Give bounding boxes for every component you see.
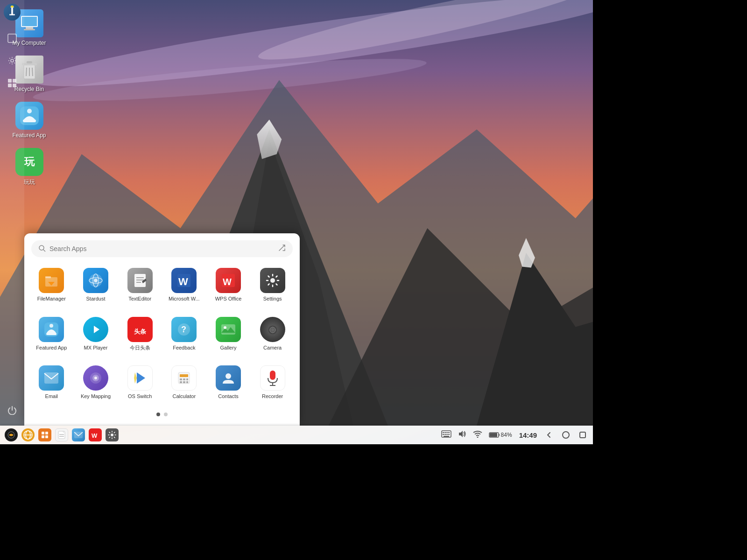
svg-rect-108 — [448, 432, 450, 433]
sidebar-power-btn[interactable] — [4, 402, 21, 419]
svg-rect-22 — [23, 119, 36, 122]
feedback-icon: ? — [171, 317, 197, 342]
sidebar-settings-btn[interactable] — [4, 52, 21, 69]
keyboard-icon[interactable] — [440, 430, 453, 440]
app-calculator[interactable]: Calculator — [164, 362, 204, 403]
svg-text:头条: 头条 — [134, 328, 147, 335]
svg-rect-25 — [11, 7, 13, 15]
filemanager-icon — [39, 268, 64, 293]
apps-row-2: Featured App MX Player 头条 — [31, 313, 293, 355]
app-osswitch[interactable]: OS Switch — [120, 362, 160, 403]
pagination-dot-1[interactable] — [156, 413, 160, 416]
taskbar-ninja-btn[interactable] — [4, 427, 19, 442]
taskbar-settings-btn[interactable] — [105, 427, 120, 442]
osswitch-icon — [127, 365, 153, 391]
clock: 14:49 — [517, 431, 539, 439]
nav-home-btn[interactable] — [559, 428, 572, 441]
wpsoffice-label: WPS Office — [215, 296, 242, 302]
search-input[interactable] — [49, 245, 278, 252]
app-camera[interactable]: Camera — [252, 313, 293, 355]
svg-rect-79 — [186, 378, 188, 380]
svg-marker-114 — [459, 431, 463, 437]
app-featuredapp[interactable]: Featured App — [31, 313, 72, 355]
svg-rect-28 — [9, 14, 15, 15]
svg-point-2 — [32, 50, 428, 109]
filemanager-label: FileManager — [37, 296, 66, 302]
gallery-label: Gallery — [220, 345, 237, 351]
nav-back-btn[interactable] — [543, 428, 556, 441]
contacts-label: Contacts — [218, 393, 238, 399]
taskbar-browser-btn[interactable] — [21, 427, 35, 442]
svg-rect-93 — [45, 432, 48, 434]
mxplayer-label: MX Player — [84, 345, 108, 351]
svg-line-36 — [43, 250, 45, 252]
svg-marker-57 — [94, 326, 99, 333]
contacts-icon — [216, 365, 241, 391]
stardust-icon — [83, 268, 108, 293]
app-keymapping[interactable]: Key Mapping — [76, 362, 116, 403]
microsoftword-label: Microsoft W... — [169, 296, 200, 302]
svg-text:?: ? — [181, 325, 186, 334]
app-recorder[interactable]: Recorder — [252, 362, 293, 403]
sidebar-apps-btn[interactable] — [4, 75, 21, 91]
taskbar: W — [0, 426, 593, 444]
nav-recent-btn[interactable] — [576, 428, 589, 441]
expand-icon[interactable] — [278, 244, 286, 253]
svg-rect-32 — [13, 79, 16, 83]
taskbar-mail-btn[interactable] — [71, 427, 86, 442]
svg-rect-110 — [444, 434, 446, 435]
app-texteditor[interactable]: TextEditor — [120, 264, 160, 306]
svg-point-67 — [272, 329, 274, 331]
app-gallery[interactable]: Gallery — [208, 313, 249, 355]
osswitch-label: OS Switch — [128, 393, 152, 399]
svg-rect-78 — [183, 378, 185, 380]
svg-marker-8 — [329, 228, 593, 426]
texteditor-icon — [127, 268, 153, 293]
svg-point-83 — [226, 373, 231, 379]
toutiao-icon: 头条 — [127, 317, 153, 342]
search-icon — [38, 245, 46, 253]
app-launcher: FileManager Stardust — [24, 233, 300, 426]
search-bar — [31, 240, 293, 257]
taskbar-store-btn[interactable] — [37, 427, 52, 442]
email-label: Email — [45, 393, 58, 399]
app-toutiao[interactable]: 头条 今日头条 — [120, 313, 160, 355]
featuredapp-label: Featured App — [36, 345, 67, 351]
app-email[interactable]: Email — [31, 362, 72, 403]
taskbar-wps-btn[interactable]: W — [88, 427, 103, 442]
svg-point-27 — [11, 6, 14, 7]
apps-row-3: Email Key Mapping — [31, 362, 293, 403]
svg-rect-92 — [42, 432, 44, 434]
svg-rect-84 — [270, 371, 275, 380]
taskbar-notes-btn[interactable] — [54, 427, 69, 442]
svg-rect-113 — [444, 436, 449, 437]
volume-icon[interactable] — [457, 430, 468, 440]
svg-rect-14 — [24, 29, 35, 30]
app-feedback[interactable]: ? Feedback — [164, 313, 204, 355]
app-contacts[interactable]: Contacts — [208, 362, 249, 403]
svg-rect-107 — [446, 432, 448, 433]
svg-rect-34 — [13, 84, 16, 87]
app-settings[interactable]: Settings — [252, 264, 293, 306]
app-filemanager[interactable]: FileManager — [31, 264, 72, 306]
svg-rect-94 — [42, 435, 44, 438]
app-microsoftword[interactable]: W Microsoft W... — [164, 264, 204, 306]
svg-point-30 — [11, 59, 14, 62]
wifi-icon[interactable] — [472, 430, 484, 440]
feedback-label: Feedback — [173, 345, 195, 351]
svg-rect-112 — [448, 434, 450, 435]
svg-point-103 — [111, 434, 113, 436]
svg-rect-76 — [180, 374, 188, 377]
svg-point-23 — [27, 109, 32, 113]
svg-rect-118 — [490, 433, 497, 437]
svg-line-18 — [26, 68, 27, 76]
user-avatar[interactable] — [4, 4, 21, 21]
app-stardust[interactable]: Stardust — [76, 264, 116, 306]
svg-point-1 — [32, 0, 593, 101]
sidebar-window-btn[interactable] — [4, 30, 21, 47]
app-wpsoffice[interactable]: W WPS Office — [208, 264, 249, 306]
app-mxplayer[interactable]: MX Player — [76, 313, 116, 355]
recorder-icon — [260, 365, 285, 391]
pagination-dot-2[interactable] — [164, 413, 168, 416]
featuredapp-icon — [39, 317, 64, 342]
